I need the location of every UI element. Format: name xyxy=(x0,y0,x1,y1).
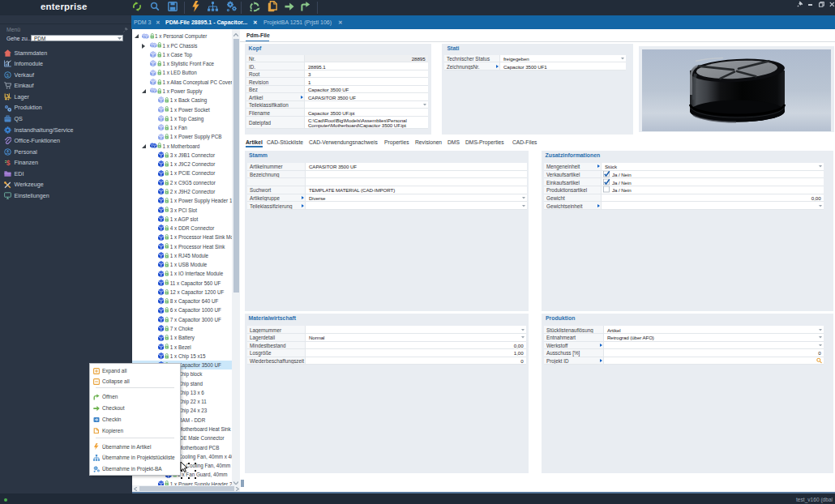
svg-text:$: $ xyxy=(6,159,10,166)
svg-text:$: $ xyxy=(6,72,9,77)
